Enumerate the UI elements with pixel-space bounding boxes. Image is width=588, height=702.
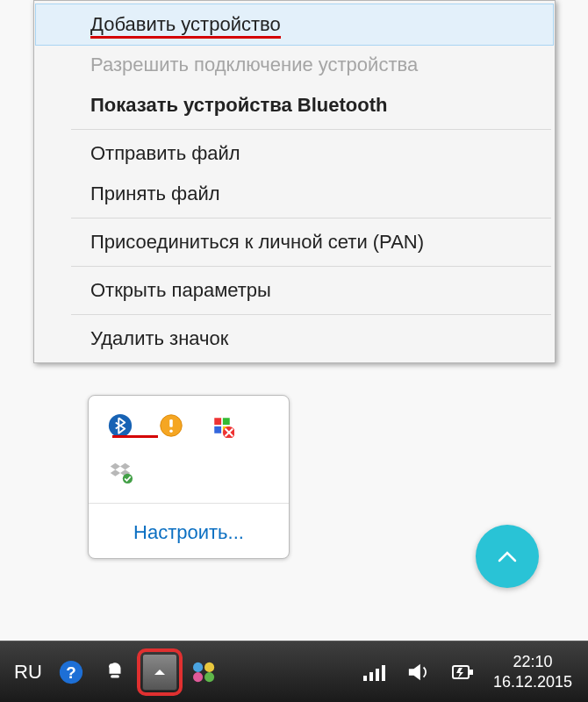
menu-item-join-pan[interactable]: Присоединиться к личной сети (PAN) [36,222,553,262]
security-alert-icon[interactable] [208,412,236,440]
power-icon[interactable] [446,655,479,689]
sound-warning-icon[interactable] [157,412,185,440]
svg-rect-22 [470,670,473,675]
help-icon[interactable]: ? [54,655,88,689]
clock[interactable]: 22:10 16.12.2015 [484,652,581,691]
menu-item-add-device[interactable]: Добавить устройство [35,4,554,46]
tray-overflow-popup: Настроить... [88,395,290,559]
svg-rect-19 [376,669,379,681]
menu-separator [71,266,551,267]
svg-point-14 [204,662,214,671]
action-center-icon[interactable] [98,655,132,689]
clock-time: 22:10 [493,652,572,672]
taskbar: RU ? [0,641,588,702]
network-icon[interactable] [358,655,391,689]
svg-rect-20 [382,665,385,681]
svg-rect-4 [214,418,221,425]
homegroup-icon[interactable] [188,655,221,689]
menu-item-remove-icon[interactable]: Удалить значок [36,319,553,359]
dropbox-icon[interactable] [106,457,134,485]
bluetooth-context-menu: Добавить устройство Разрешить подключени… [33,0,556,363]
menu-item-receive-file[interactable]: Принять файл [36,174,553,214]
scroll-up-fab[interactable] [476,525,539,588]
menu-separator [71,218,551,218]
annotation-underline [112,435,158,438]
menu-separator [71,314,551,315]
menu-item-send-file[interactable]: Отправить файл [36,133,553,174]
menu-item-show-bluetooth[interactable]: Показать устройства Bluetooth [36,85,553,125]
svg-point-16 [204,672,214,682]
menu-item-allow-connect: Разрешить подключение устройства [36,45,553,85]
divider [89,503,289,504]
svg-point-3 [169,429,173,433]
svg-rect-18 [369,672,373,681]
menu-separator [71,129,551,130]
svg-point-15 [193,672,203,682]
svg-rect-6 [214,426,221,433]
svg-point-9 [123,474,133,484]
volume-icon[interactable] [402,655,435,689]
svg-text:?: ? [66,663,75,681]
svg-point-13 [193,662,203,671]
show-hidden-icons-highlight [137,648,183,696]
tray-icons-grid [103,408,275,498]
clock-date: 16.12.2015 [493,672,572,692]
svg-rect-17 [363,676,367,681]
svg-rect-2 [169,419,173,427]
tray-customize-link[interactable]: Настроить... [103,509,275,558]
svg-rect-5 [223,418,230,425]
language-indicator[interactable]: RU [7,661,49,684]
menu-item-open-settings[interactable]: Открыть параметры [36,270,553,311]
svg-rect-12 [111,675,119,677]
show-hidden-icons-button[interactable] [142,654,177,691]
